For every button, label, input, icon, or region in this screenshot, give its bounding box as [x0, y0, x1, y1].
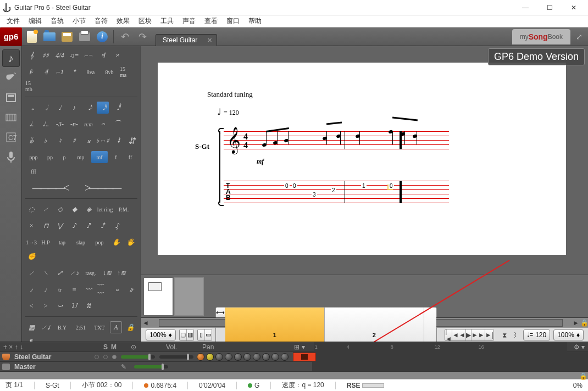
menu-effect[interactable]: 效果: [112, 15, 134, 27]
tremolo-pick-icon[interactable]: ≡: [68, 283, 80, 295]
mysongbook-tab[interactable]: mySongBook: [512, 29, 570, 44]
score-page[interactable]: Standard tuning = 120 S-Gt 𝄞 44: [158, 63, 566, 255]
dead-note-icon[interactable]: ×: [25, 220, 37, 232]
stroke-down-icon[interactable]: ⋁: [54, 220, 66, 232]
tab-staff[interactable]: TAB 0 0 3 2 1 0: [224, 181, 449, 207]
print-button[interactable]: [77, 29, 92, 44]
note-thirtysecond-icon[interactable]: 𝅘𝅥𝅰: [97, 102, 109, 114]
staccato-icon[interactable]: ♪̇: [68, 220, 80, 232]
note-half-icon[interactable]: 𝅗𝅥: [40, 102, 52, 114]
play-button[interactable]: ▶: [466, 329, 471, 340]
master-volume-slider[interactable]: [134, 365, 168, 368]
forward-button[interactable]: ►►: [471, 329, 485, 340]
tab-fret[interactable]: 0: [292, 183, 297, 189]
side-note-icon[interactable]: ♪: [2, 49, 20, 67]
track-master[interactable]: Master ✎: [0, 361, 588, 371]
slide-in-icon[interactable]: ⤢: [54, 267, 66, 279]
tab-fret[interactable]: 1: [361, 183, 367, 189]
document-tab-close[interactable]: ✕: [207, 37, 212, 44]
alt-ending-icon[interactable]: ⌐1: [54, 66, 66, 78]
bend-more-icon[interactable]: >: [40, 300, 52, 312]
thumbnail-page-blank[interactable]: [174, 277, 204, 316]
tuplet-icon[interactable]: -3-: [54, 118, 66, 130]
double-dot-icon[interactable]: ♩..: [40, 118, 52, 130]
vibrato-icon[interactable]: 〰: [82, 283, 95, 295]
natural-icon[interactable]: ♮: [54, 135, 66, 147]
dyn-mp[interactable]: mp: [73, 151, 89, 163]
track-timeline[interactable]: [293, 352, 588, 362]
slap[interactable]: slap: [73, 236, 89, 248]
fullscreen-button[interactable]: ⤢: [576, 32, 583, 41]
rewind-button[interactable]: ◄◄: [452, 329, 466, 340]
menu-track[interactable]: 音轨: [46, 15, 68, 27]
dyn-mf[interactable]: mf: [91, 151, 108, 163]
note-eighth-icon[interactable]: ♪: [68, 102, 80, 114]
legato-slide-icon[interactable]: ⟋♪: [68, 267, 80, 279]
accent-icon[interactable]: ⟋: [40, 203, 52, 215]
font-icon[interactable]: A: [110, 321, 122, 333]
slash-icon[interactable]: ⟋♩: [40, 321, 52, 333]
tie-icon[interactable]: ⁀: [111, 118, 123, 130]
enharmonic-icon[interactable]: ♭↔♯: [97, 135, 109, 147]
maximize-button[interactable]: ☐: [537, 0, 562, 15]
page-3-button[interactable]: 3: [424, 308, 437, 342]
note-whole-icon[interactable]: 𝅝: [25, 102, 37, 114]
timeline-ruler[interactable]: 1 4 8 12 16: [314, 342, 567, 352]
scroll-left-icon[interactable]: ◄: [141, 319, 150, 327]
page-2-button[interactable]: 2: [325, 308, 424, 342]
palm-mute[interactable]: P.M.: [115, 203, 132, 215]
menu-section[interactable]: 区块: [134, 15, 156, 27]
stroke-up-icon[interactable]: ⊓: [40, 220, 52, 232]
side-amp-icon[interactable]: [2, 89, 20, 107]
notation-staff[interactable]: 𝄞 44: [224, 131, 449, 153]
brush-icon[interactable]: ⇵: [125, 135, 137, 147]
knob[interactable]: [281, 353, 289, 361]
dyn-ff[interactable]: ff: [124, 151, 136, 163]
side-mic-icon[interactable]: [2, 148, 20, 166]
rasg[interactable]: rasg.: [82, 267, 99, 279]
go-end-button[interactable]: ►|: [485, 329, 494, 340]
whammy2-icon[interactable]: ⇅: [82, 300, 95, 312]
tab-fret[interactable]: 0: [389, 183, 394, 189]
knob[interactable]: [197, 353, 204, 361]
turn-icon[interactable]: 𝆖: [125, 283, 137, 295]
mute-toggle[interactable]: [103, 355, 108, 359]
mixer-tools[interactable]: + × ↑ ↓: [3, 343, 23, 351]
octave-8va[interactable]: 8va: [82, 66, 99, 78]
coda-icon[interactable]: 𝄌: [68, 66, 80, 78]
dyn-fff[interactable]: fff: [25, 165, 42, 177]
dyn-ppp[interactable]: ppp: [25, 151, 42, 163]
finger-13[interactable]: 1→3: [25, 236, 37, 248]
harmonic1-icon[interactable]: ◇: [54, 203, 66, 215]
page-1-button[interactable]: 1: [225, 308, 325, 342]
tremolo-label[interactable]: n:m: [82, 118, 95, 130]
info-button[interactable]: i: [95, 29, 110, 44]
minimize-button[interactable]: —: [513, 0, 537, 15]
menu-view[interactable]: 查看: [200, 15, 222, 27]
layout-horizontal-button[interactable]: ▭: [205, 329, 212, 340]
menu-window[interactable]: 窗口: [222, 15, 244, 27]
knob[interactable]: [234, 353, 242, 361]
master-pen-icon[interactable]: ✎: [121, 363, 130, 371]
document-tab[interactable]: Steel Guitar ✕: [156, 34, 217, 46]
zoom-combo-1[interactable]: 100% ♦: [146, 329, 176, 340]
lock-icon[interactable]: 🔒: [580, 319, 588, 327]
side-guitar-icon[interactable]: [2, 69, 20, 87]
dyn-p[interactable]: p: [58, 151, 70, 163]
dot-icon[interactable]: ♩.: [25, 118, 37, 130]
thumbnail-page-1[interactable]: [143, 277, 173, 316]
trill[interactable]: tr: [54, 283, 66, 295]
simile-icon[interactable]: 𝄎: [111, 49, 123, 62]
track-steel-guitar[interactable]: Steel Guitar: [0, 351, 588, 361]
knob[interactable]: [206, 353, 214, 361]
grace-icon[interactable]: 𝆔: [25, 283, 37, 295]
repeat-open-icon[interactable]: 𝄆: [25, 66, 37, 78]
free-time-icon[interactable]: ⌐¬: [82, 49, 95, 62]
octave-8vb[interactable]: 8vb: [101, 66, 118, 78]
knob[interactable]: [243, 353, 251, 361]
slide-up-icon[interactable]: ⟋: [25, 267, 37, 279]
rest-icon[interactable]: 𝄽: [111, 135, 123, 147]
new-file-button[interactable]: [24, 29, 40, 44]
hp-icon[interactable]: H.P: [40, 236, 52, 248]
pan-slider[interactable]: [159, 355, 193, 359]
